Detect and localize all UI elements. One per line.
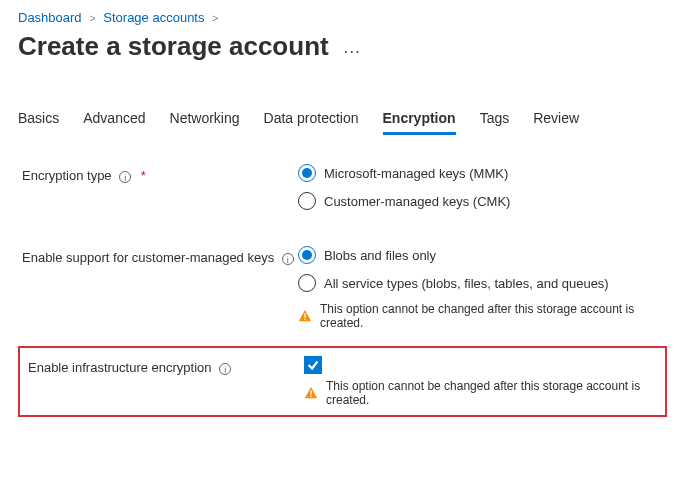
tab-data-protection[interactable]: Data protection: [264, 104, 359, 135]
warning-text: This option cannot be changed after this…: [320, 302, 667, 330]
info-icon[interactable]: i: [282, 253, 294, 265]
tab-advanced[interactable]: Advanced: [83, 104, 145, 135]
warning-icon: [298, 309, 312, 323]
chevron-right-icon: >: [212, 12, 218, 24]
warning-infra-encryption: This option cannot be changed after this…: [304, 379, 661, 407]
radio-label: Blobs and files only: [324, 248, 436, 263]
highlight-infra-encryption: Enable infrastructure encryption i This …: [18, 346, 667, 417]
radio-cmk[interactable]: Customer-managed keys (CMK): [298, 192, 667, 210]
info-icon[interactable]: i: [119, 171, 131, 183]
radio-label: Microsoft-managed keys (MMK): [324, 166, 508, 181]
label-enable-infra-encryption: Enable infrastructure encryption i: [28, 356, 304, 375]
tab-networking[interactable]: Networking: [170, 104, 240, 135]
tab-review[interactable]: Review: [533, 104, 579, 135]
info-icon[interactable]: i: [219, 363, 231, 375]
warning-text: This option cannot be changed after this…: [326, 379, 661, 407]
tab-encryption[interactable]: Encryption: [383, 104, 456, 135]
page-title: Create a storage account: [18, 31, 329, 62]
label-encryption-type: Encryption type i *: [22, 164, 298, 183]
svg-rect-2: [310, 390, 311, 394]
radio-label: Customer-managed keys (CMK): [324, 194, 510, 209]
tab-tags[interactable]: Tags: [480, 104, 510, 135]
breadcrumb-dashboard[interactable]: Dashboard: [18, 10, 82, 25]
warning-cmk-support: This option cannot be changed after this…: [298, 302, 667, 330]
required-indicator: *: [141, 168, 146, 183]
radio-all-service-types[interactable]: All service types (blobs, files, tables,…: [298, 274, 667, 292]
chevron-right-icon: >: [89, 12, 95, 24]
tabs: Basics Advanced Networking Data protecti…: [18, 104, 667, 136]
radio-mmk[interactable]: Microsoft-managed keys (MMK): [298, 164, 667, 182]
label-enable-cmk-support: Enable support for customer-managed keys…: [22, 246, 298, 265]
checkbox-enable-infra-encryption[interactable]: [304, 356, 322, 374]
radio-icon: [298, 274, 316, 292]
tab-basics[interactable]: Basics: [18, 104, 59, 135]
svg-rect-3: [310, 396, 311, 397]
svg-rect-1: [304, 319, 305, 320]
radio-icon: [298, 246, 316, 264]
svg-rect-0: [304, 313, 305, 317]
more-actions-button[interactable]: …: [343, 37, 362, 58]
radio-blobs-files-only[interactable]: Blobs and files only: [298, 246, 667, 264]
radio-icon: [298, 192, 316, 210]
breadcrumb: Dashboard > Storage accounts >: [18, 10, 667, 25]
radio-label: All service types (blobs, files, tables,…: [324, 276, 609, 291]
warning-icon: [304, 386, 318, 400]
breadcrumb-storage-accounts[interactable]: Storage accounts: [103, 10, 204, 25]
radio-icon: [298, 164, 316, 182]
